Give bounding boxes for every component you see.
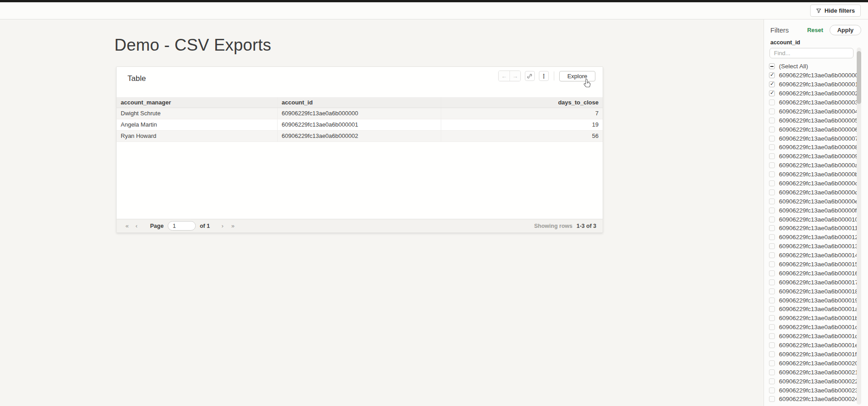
filter-item-row[interactable]: 60906229fc13ae0a6b00000b — [764, 170, 857, 179]
filter-item-row[interactable]: 60906229fc13ae0a6b00001b — [764, 314, 857, 323]
filter-item-row[interactable]: 60906229fc13ae0a6b000015 — [764, 260, 857, 269]
filter-item-checkbox[interactable] — [769, 171, 775, 177]
filter-item-checkbox[interactable] — [769, 72, 775, 78]
filter-item-checkbox[interactable] — [769, 225, 775, 231]
filter-item-row[interactable]: 60906229fc13ae0a6b000001 — [764, 80, 857, 89]
filter-item-checkbox[interactable] — [769, 208, 775, 213]
filter-item-checkbox[interactable] — [769, 261, 775, 267]
filter-item-row[interactable]: 60906229fc13ae0a6b000009 — [764, 152, 857, 161]
filter-item-checkbox[interactable] — [769, 234, 775, 240]
page-number-input[interactable] — [168, 221, 196, 231]
filter-item-checkbox[interactable] — [769, 136, 775, 142]
filter-item-checkbox[interactable] — [769, 217, 775, 222]
prev-page-button[interactable]: ‹ — [133, 222, 140, 229]
column-header-account-manager[interactable]: account_manager — [117, 97, 278, 108]
filter-item-checkbox[interactable] — [769, 324, 775, 330]
filter-item-row[interactable]: 60906229fc13ae0a6b00001e — [764, 341, 857, 350]
filter-item-row[interactable]: 60906229fc13ae0a6b000016 — [764, 269, 857, 278]
filter-list-scrollbar-thumb[interactable] — [857, 51, 861, 104]
copy-link-button[interactable] — [525, 71, 535, 81]
filter-item-checkbox[interactable] — [769, 387, 775, 393]
filter-item-checkbox[interactable] — [769, 127, 775, 132]
filter-item-checkbox[interactable] — [769, 180, 775, 186]
filter-item-checkbox[interactable] — [769, 118, 775, 123]
filter-item-row[interactable]: 60906229fc13ae0a6b00000e — [764, 197, 857, 206]
filter-item-checkbox[interactable] — [769, 252, 775, 258]
filter-item-row[interactable]: 60906229fc13ae0a6b000023 — [764, 386, 857, 395]
filter-item-checkbox[interactable] — [769, 306, 775, 312]
filter-item-checkbox[interactable] — [769, 144, 775, 150]
filter-item-row[interactable]: 60906229fc13ae0a6b000003 — [764, 98, 857, 107]
filter-item-checkbox[interactable] — [769, 198, 775, 204]
next-page-button[interactable]: › — [219, 222, 226, 229]
column-header-days-to-close[interactable]: days_to_close — [441, 97, 603, 108]
filter-item-row[interactable]: 60906229fc13ae0a6b000000 — [764, 71, 857, 80]
filter-item-row[interactable]: 60906229fc13ae0a6b000022 — [764, 377, 857, 386]
filter-item-row[interactable]: 60906229fc13ae0a6b00000c — [764, 179, 857, 188]
filter-item-checkbox[interactable] — [769, 99, 775, 105]
filter-item-checkbox[interactable] — [769, 153, 775, 159]
back-arrow-button[interactable]: ← — [499, 71, 509, 81]
reset-filters-link[interactable]: Reset — [807, 27, 823, 33]
filter-item-row[interactable]: 60906229fc13ae0a6b000010 — [764, 215, 857, 224]
hide-filters-button[interactable]: Hide filters — [810, 5, 861, 17]
first-page-button[interactable]: « — [123, 222, 130, 229]
filter-item-checkbox[interactable] — [769, 315, 775, 321]
filter-item-row[interactable]: 60906229fc13ae0a6b000021 — [764, 368, 857, 377]
filter-item-checkbox[interactable] — [769, 369, 775, 375]
filter-item-checkbox[interactable] — [769, 279, 775, 285]
filter-item-checkbox[interactable] — [769, 396, 775, 402]
filter-item-row[interactable]: 60906229fc13ae0a6b00000d — [764, 188, 857, 197]
filter-item-checkbox[interactable] — [769, 297, 775, 303]
filter-item-row[interactable]: 60906229fc13ae0a6b000024 — [764, 395, 857, 404]
table-row[interactable]: Ryan Howard 60906229fc13ae0a6b000002 56 — [117, 131, 603, 142]
table-row[interactable]: Angela Martin 60906229fc13ae0a6b000001 1… — [117, 119, 603, 131]
filter-item-row[interactable]: 60906229fc13ae0a6b000020 — [764, 359, 857, 368]
filter-item-row[interactable]: 60906229fc13ae0a6b000006 — [764, 125, 857, 134]
filter-item-row[interactable]: 60906229fc13ae0a6b000004 — [764, 107, 857, 116]
filter-item-checkbox[interactable] — [769, 81, 775, 87]
filter-item-row[interactable]: 60906229fc13ae0a6b000007 — [764, 134, 857, 143]
filter-item-row[interactable]: 60906229fc13ae0a6b000008 — [764, 143, 857, 152]
filter-item-row[interactable]: 60906229fc13ae0a6b000019 — [764, 296, 857, 305]
column-header-account-id[interactable]: account_id — [278, 97, 441, 108]
filter-item-checkbox[interactable] — [769, 270, 775, 276]
filter-search-input[interactable] — [769, 48, 854, 58]
filter-item-label: 60906229fc13ae0a6b00001b — [779, 315, 859, 321]
select-all-row[interactable]: (Select All) — [764, 62, 857, 71]
filter-item-row[interactable]: 60906229fc13ae0a6b00001a — [764, 305, 857, 314]
more-options-button[interactable]: ⋮ — [539, 71, 549, 81]
filter-item-row[interactable]: 60906229fc13ae0a6b00001d — [764, 332, 857, 341]
filter-item-checkbox[interactable] — [769, 288, 775, 294]
filter-item-checkbox[interactable] — [769, 90, 775, 96]
filter-item-row[interactable]: 60906229fc13ae0a6b000017 — [764, 278, 857, 287]
last-page-button[interactable]: » — [229, 222, 236, 229]
filter-item-row[interactable]: 60906229fc13ae0a6b00000a — [764, 161, 857, 170]
filter-item-checkbox[interactable] — [769, 333, 775, 339]
filter-item-checkbox[interactable] — [769, 109, 775, 114]
filter-item-row[interactable]: 60906229fc13ae0a6b000018 — [764, 287, 857, 296]
explore-button[interactable]: Explore — [559, 71, 595, 81]
filter-item-checkbox[interactable] — [769, 189, 775, 195]
forward-arrow-button[interactable]: → — [509, 71, 520, 81]
select-all-checkbox[interactable] — [769, 63, 775, 69]
filter-item-row[interactable]: 60906229fc13ae0a6b000005 — [764, 116, 857, 125]
table-row[interactable]: Dwight Schrute 60906229fc13ae0a6b000000 … — [117, 108, 603, 119]
filter-item-label: 60906229fc13ae0a6b000023 — [779, 387, 859, 394]
filter-item-row[interactable]: 60906229fc13ae0a6b00001f — [764, 350, 857, 359]
filter-item-checkbox[interactable] — [769, 351, 775, 357]
filter-item-checkbox[interactable] — [769, 243, 775, 249]
filter-item-checkbox[interactable] — [769, 162, 775, 168]
filter-item-row[interactable]: 60906229fc13ae0a6b00001c — [764, 323, 857, 332]
filter-item-row[interactable]: 60906229fc13ae0a6b000014 — [764, 251, 857, 260]
filter-item-row[interactable]: 60906229fc13ae0a6b000002 — [764, 89, 857, 98]
filter-item-checkbox[interactable] — [769, 360, 775, 366]
filter-item-checkbox[interactable] — [769, 342, 775, 348]
filter-item-checkbox[interactable] — [769, 378, 775, 384]
filter-item-row[interactable]: 60906229fc13ae0a6b000013 — [764, 242, 857, 251]
filter-item-row[interactable]: 60906229fc13ae0a6b000012 — [764, 233, 857, 242]
apply-filters-button[interactable]: Apply — [830, 25, 861, 35]
filter-item-row[interactable]: 60906229fc13ae0a6b000011 — [764, 224, 857, 233]
filter-item-label: 60906229fc13ae0a6b00001d — [779, 333, 859, 340]
filter-item-row[interactable]: 60906229fc13ae0a6b00000f — [764, 206, 857, 215]
